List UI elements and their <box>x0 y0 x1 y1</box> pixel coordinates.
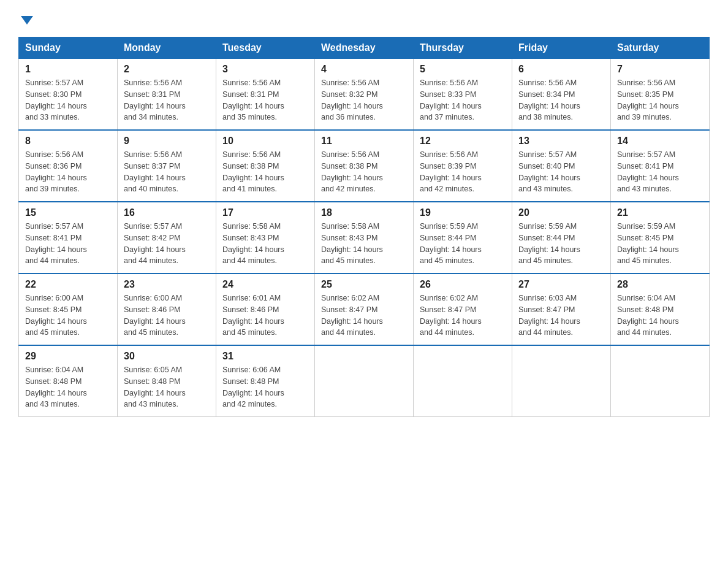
day-info: Sunrise: 6:05 AMSunset: 8:48 PMDaylight:… <box>124 364 210 410</box>
calendar-week-row: 8 Sunrise: 5:56 AMSunset: 8:36 PMDayligh… <box>19 130 710 202</box>
calendar-day-cell: 24 Sunrise: 6:01 AMSunset: 8:46 PMDaylig… <box>216 274 315 345</box>
calendar-week-row: 22 Sunrise: 6:00 AMSunset: 8:45 PMDaylig… <box>19 274 710 345</box>
day-info: Sunrise: 5:58 AMSunset: 8:43 PMDaylight:… <box>321 221 407 267</box>
calendar-day-cell: 19 Sunrise: 5:59 AMSunset: 8:44 PMDaylig… <box>414 202 512 274</box>
calendar-day-cell: 1 Sunrise: 5:57 AMSunset: 8:30 PMDayligh… <box>19 59 118 131</box>
day-number: 22 <box>25 279 111 290</box>
day-info: Sunrise: 6:00 AMSunset: 8:46 PMDaylight:… <box>124 293 210 339</box>
day-info: Sunrise: 5:59 AMSunset: 8:44 PMDaylight:… <box>420 221 506 267</box>
day-info: Sunrise: 6:06 AMSunset: 8:48 PMDaylight:… <box>222 364 308 410</box>
day-number: 19 <box>420 207 506 218</box>
day-number: 11 <box>321 136 407 147</box>
day-number: 1 <box>25 64 111 75</box>
day-number: 5 <box>420 64 506 75</box>
calendar-day-cell: 3 Sunrise: 5:56 AMSunset: 8:31 PMDayligh… <box>216 59 315 131</box>
calendar-day-cell: 22 Sunrise: 6:00 AMSunset: 8:45 PMDaylig… <box>19 274 118 345</box>
calendar-day-cell: 9 Sunrise: 5:56 AMSunset: 8:37 PMDayligh… <box>118 130 216 202</box>
calendar-day-cell: 20 Sunrise: 5:59 AMSunset: 8:44 PMDaylig… <box>512 202 611 274</box>
day-number: 15 <box>25 207 111 218</box>
day-info: Sunrise: 5:56 AMSunset: 8:35 PMDaylight:… <box>617 77 703 123</box>
day-info: Sunrise: 5:57 AMSunset: 8:41 PMDaylight:… <box>617 149 703 195</box>
day-info: Sunrise: 5:57 AMSunset: 8:41 PMDaylight:… <box>25 221 111 267</box>
day-number: 4 <box>321 64 407 75</box>
day-number: 7 <box>617 64 703 75</box>
calendar-week-row: 29 Sunrise: 6:04 AMSunset: 8:48 PMDaylig… <box>19 345 710 417</box>
calendar-day-cell: 23 Sunrise: 6:00 AMSunset: 8:46 PMDaylig… <box>118 274 216 345</box>
day-info: Sunrise: 5:56 AMSunset: 8:39 PMDaylight:… <box>420 149 506 195</box>
day-info: Sunrise: 5:56 AMSunset: 8:31 PMDaylight:… <box>222 77 308 123</box>
calendar-week-row: 15 Sunrise: 5:57 AMSunset: 8:41 PMDaylig… <box>19 202 710 274</box>
day-number: 29 <box>25 351 111 362</box>
calendar-day-cell <box>611 345 710 417</box>
day-number: 13 <box>518 136 604 147</box>
day-info: Sunrise: 6:00 AMSunset: 8:45 PMDaylight:… <box>25 293 111 339</box>
day-number: 26 <box>420 279 506 290</box>
calendar-day-cell: 5 Sunrise: 5:56 AMSunset: 8:33 PMDayligh… <box>414 59 512 131</box>
day-number: 27 <box>518 279 604 290</box>
calendar-day-cell: 2 Sunrise: 5:56 AMSunset: 8:31 PMDayligh… <box>118 59 216 131</box>
day-number: 25 <box>321 279 407 290</box>
page-header <box>18 12 710 26</box>
calendar-day-cell: 14 Sunrise: 5:57 AMSunset: 8:41 PMDaylig… <box>611 130 710 202</box>
day-number: 16 <box>124 207 210 218</box>
day-info: Sunrise: 5:56 AMSunset: 8:32 PMDaylight:… <box>321 77 407 123</box>
day-number: 8 <box>25 136 111 147</box>
calendar-day-cell: 18 Sunrise: 5:58 AMSunset: 8:43 PMDaylig… <box>315 202 414 274</box>
calendar-day-cell: 12 Sunrise: 5:56 AMSunset: 8:39 PMDaylig… <box>414 130 512 202</box>
calendar-day-cell <box>315 345 414 417</box>
day-of-week-header: Friday <box>512 37 611 59</box>
day-number: 21 <box>617 207 703 218</box>
calendar-day-cell: 4 Sunrise: 5:56 AMSunset: 8:32 PMDayligh… <box>315 59 414 131</box>
day-info: Sunrise: 5:57 AMSunset: 8:42 PMDaylight:… <box>124 221 210 267</box>
calendar-day-cell: 30 Sunrise: 6:05 AMSunset: 8:48 PMDaylig… <box>118 345 216 417</box>
calendar-day-cell: 31 Sunrise: 6:06 AMSunset: 8:48 PMDaylig… <box>216 345 315 417</box>
day-of-week-header: Monday <box>118 37 216 59</box>
logo-triangle-icon <box>21 16 33 25</box>
day-number: 23 <box>124 279 210 290</box>
calendar-table: SundayMondayTuesdayWednesdayThursdayFrid… <box>18 37 710 417</box>
day-info: Sunrise: 6:01 AMSunset: 8:46 PMDaylight:… <box>222 293 308 339</box>
logo <box>18 17 33 26</box>
calendar-day-cell: 8 Sunrise: 5:56 AMSunset: 8:36 PMDayligh… <box>19 130 118 202</box>
day-number: 14 <box>617 136 703 147</box>
calendar-day-cell: 21 Sunrise: 5:59 AMSunset: 8:45 PMDaylig… <box>611 202 710 274</box>
day-info: Sunrise: 5:56 AMSunset: 8:38 PMDaylight:… <box>321 149 407 195</box>
calendar-day-cell: 27 Sunrise: 6:03 AMSunset: 8:47 PMDaylig… <box>512 274 611 345</box>
calendar-day-cell: 28 Sunrise: 6:04 AMSunset: 8:48 PMDaylig… <box>611 274 710 345</box>
calendar-day-cell: 13 Sunrise: 5:57 AMSunset: 8:40 PMDaylig… <box>512 130 611 202</box>
calendar-week-row: 1 Sunrise: 5:57 AMSunset: 8:30 PMDayligh… <box>19 59 710 131</box>
calendar-day-cell: 6 Sunrise: 5:56 AMSunset: 8:34 PMDayligh… <box>512 59 611 131</box>
day-info: Sunrise: 5:56 AMSunset: 8:36 PMDaylight:… <box>25 149 111 195</box>
day-number: 9 <box>124 136 210 147</box>
day-info: Sunrise: 6:02 AMSunset: 8:47 PMDaylight:… <box>321 293 407 339</box>
day-info: Sunrise: 5:56 AMSunset: 8:33 PMDaylight:… <box>420 77 506 123</box>
day-of-week-header: Wednesday <box>315 37 414 59</box>
day-number: 6 <box>518 64 604 75</box>
day-info: Sunrise: 5:58 AMSunset: 8:43 PMDaylight:… <box>222 221 308 267</box>
day-number: 3 <box>222 64 308 75</box>
calendar-day-cell: 15 Sunrise: 5:57 AMSunset: 8:41 PMDaylig… <box>19 202 118 274</box>
day-number: 18 <box>321 207 407 218</box>
day-number: 30 <box>124 351 210 362</box>
day-number: 17 <box>222 207 308 218</box>
calendar-day-cell: 7 Sunrise: 5:56 AMSunset: 8:35 PMDayligh… <box>611 59 710 131</box>
day-number: 2 <box>124 64 210 75</box>
day-of-week-header: Sunday <box>19 37 118 59</box>
day-number: 28 <box>617 279 703 290</box>
calendar-day-cell: 16 Sunrise: 5:57 AMSunset: 8:42 PMDaylig… <box>118 202 216 274</box>
day-info: Sunrise: 5:59 AMSunset: 8:45 PMDaylight:… <box>617 221 703 267</box>
day-of-week-header: Thursday <box>414 37 512 59</box>
day-info: Sunrise: 6:03 AMSunset: 8:47 PMDaylight:… <box>518 293 604 339</box>
calendar-header-row: SundayMondayTuesdayWednesdayThursdayFrid… <box>19 37 710 59</box>
calendar-day-cell <box>414 345 512 417</box>
day-info: Sunrise: 5:57 AMSunset: 8:30 PMDaylight:… <box>25 77 111 123</box>
day-info: Sunrise: 5:57 AMSunset: 8:40 PMDaylight:… <box>518 149 604 195</box>
calendar-day-cell: 29 Sunrise: 6:04 AMSunset: 8:48 PMDaylig… <box>19 345 118 417</box>
day-number: 10 <box>222 136 308 147</box>
day-info: Sunrise: 5:56 AMSunset: 8:31 PMDaylight:… <box>124 77 210 123</box>
day-info: Sunrise: 5:56 AMSunset: 8:34 PMDaylight:… <box>518 77 604 123</box>
calendar-day-cell: 17 Sunrise: 5:58 AMSunset: 8:43 PMDaylig… <box>216 202 315 274</box>
day-number: 20 <box>518 207 604 218</box>
day-info: Sunrise: 6:04 AMSunset: 8:48 PMDaylight:… <box>617 293 703 339</box>
day-of-week-header: Saturday <box>611 37 710 59</box>
